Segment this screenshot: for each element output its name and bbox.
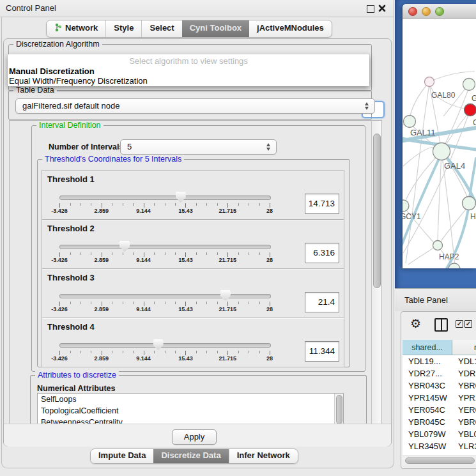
table-row[interactable]: YDR27...YDR2 <box>403 367 476 380</box>
algorithm-dropdown-popup: Select algorithm to view settings Manual… <box>8 54 369 86</box>
numerical-attributes-list[interactable]: SelfLoops TopologicalCoefficient Between… <box>37 393 344 425</box>
node-gal11[interactable] <box>404 116 416 128</box>
node-label-partial-ga: GA <box>472 94 476 103</box>
table-row[interactable]: YDL19...YDL1 <box>403 355 476 367</box>
settings-vertical-scrollbar[interactable] <box>371 121 381 424</box>
node-label-gal80: GAL80 <box>431 91 456 100</box>
control-panel-tab-bar: Network Style Select Cyni Toolbox jActiv… <box>46 20 332 38</box>
threshold-1-panel: Threshold 1 -3.4262.8599.14415.4321.7152… <box>42 170 344 220</box>
cyni-bottom-tab-bar: Impute Data Discretize Data Infer Networ… <box>90 449 298 464</box>
table-data-group: Table Data galFiltered.sif default node <box>8 90 372 120</box>
algorithm-option-manual[interactable]: Manual Discretization <box>9 66 95 76</box>
table-data-group-label: Table Data <box>13 86 57 95</box>
apply-strip: Apply <box>4 424 391 447</box>
algorithm-option-equal-width[interactable]: Equal Width/Frequency Discretization <box>9 76 148 86</box>
cyni-toolbox-panel: Discretization Algorithm Table Data galF… <box>3 38 392 447</box>
scrollbar-thumb[interactable] <box>373 134 381 288</box>
spinner-arrows-icon <box>266 142 271 151</box>
checkbox-icon[interactable]: ✓ <box>464 320 472 328</box>
algorithm-placeholder-option[interactable]: Select algorithm to view settings <box>8 56 369 66</box>
node-label-gcy1: GCY1 <box>403 212 421 221</box>
number-of-intervals-value: 5 <box>127 140 132 154</box>
threshold-3-panel: Threshold 3 -3.4262.8599.14415.4321.7152… <box>42 268 344 318</box>
threshold-4-ticks <box>42 318 344 367</box>
threshold-2-ticks <box>42 220 344 268</box>
settings-scroll-area: Interval Definition Number of Intervals … <box>9 120 382 425</box>
threshold-1-ticks <box>42 171 344 219</box>
node-label-hap2: HAP2 <box>439 252 459 261</box>
control-panel-titlebar: Control Panel <box>0 0 394 17</box>
tab-select[interactable]: Select <box>141 20 181 37</box>
tab-network[interactable]: Network <box>47 20 105 37</box>
control-panel-title: Control Panel <box>6 0 56 17</box>
attributes-group: Attributes to discretize Numerical Attri… <box>30 375 367 425</box>
tab-network-label: Network <box>65 23 98 33</box>
table-row[interactable]: YBR045CYBR0 <box>403 416 476 428</box>
attributes-group-label: Attributes to discretize <box>35 371 119 380</box>
node-gal80[interactable] <box>425 77 434 87</box>
table-row[interactable]: YBR043CYBR0 <box>403 380 476 392</box>
node-gcy1[interactable] <box>403 200 409 211</box>
threshold-4-value-field[interactable]: 11.344 <box>305 341 339 362</box>
threshold-2-value-field[interactable]: 6.316 <box>305 243 339 263</box>
combobox-arrows-icon <box>365 102 369 111</box>
table-row[interactable]: YBL079WYBL0 <box>403 428 476 440</box>
tab-impute-data[interactable]: Impute Data <box>91 449 153 463</box>
threshold-4-panel: Threshold 4 -3.4262.8599.14415.4321.7152… <box>42 318 344 367</box>
apply-button[interactable]: Apply <box>172 429 217 445</box>
window-close-button[interactable] <box>408 7 417 16</box>
column-header-name[interactable]: n <box>452 340 476 355</box>
numerical-attributes-label: Numerical Attributes <box>37 384 115 393</box>
number-of-intervals-spinner[interactable]: 5 <box>120 139 277 155</box>
list-item[interactable]: TopologicalCoefficient <box>38 405 343 417</box>
node-label-partial-c: C <box>473 118 476 127</box>
float-window-icon[interactable] <box>367 5 374 13</box>
node-gal4[interactable] <box>433 143 450 160</box>
node-label-partial-h: HA <box>470 212 476 221</box>
scrollbar-thumb[interactable] <box>405 457 475 464</box>
table-horizontal-scrollbar[interactable] <box>403 456 476 464</box>
node-label-gal4: GAL4 <box>444 161 465 171</box>
network-window: GAL80 GA GAL11 C GAL4 GCY1 HA HAP2 <box>403 4 476 268</box>
number-of-intervals-label: Number of Intervals <box>49 142 123 151</box>
threshold-2-panel: Threshold 2 -3.4262.8599.14415.4321.7152… <box>42 219 344 269</box>
interval-definition-group: Interval Definition Number of Intervals … <box>31 125 365 372</box>
node-right-mid[interactable] <box>463 197 476 210</box>
tab-style[interactable]: Style <box>105 20 141 37</box>
window-zoom-button[interactable] <box>435 7 444 16</box>
tab-jactivemnodules[interactable]: jActiveMNodules <box>249 20 332 37</box>
list-item[interactable]: SelfLoops <box>38 394 343 405</box>
attributes-list-scrollbar[interactable] <box>334 394 343 425</box>
threshold-1-value-field[interactable]: 14.713 <box>305 194 339 214</box>
network-icon <box>54 22 62 37</box>
node-top-right[interactable] <box>463 79 475 91</box>
table-data-combobox-value: galFiltered.sif default node <box>22 99 119 113</box>
network-canvas[interactable]: GAL80 GA GAL11 C GAL4 GCY1 HA HAP2 <box>403 19 476 268</box>
tab-infer-network[interactable]: Infer Network <box>229 449 298 463</box>
application-root: Control Panel Network Style Select Cyni … <box>0 0 476 476</box>
table-row[interactable]: YPR145WYPR1 <box>403 392 476 404</box>
thresholds-group: Threshold's Coordinates for 5 Intervals … <box>37 159 350 367</box>
scrollbar-thumb[interactable] <box>336 395 342 424</box>
table-row[interactable]: YER054CYER0 <box>403 404 476 416</box>
table-panel-title: Table Panel <box>404 289 448 311</box>
table-header-row: shared... n <box>403 340 476 355</box>
table-row[interactable]: YLR345WYLR3 <box>403 440 476 452</box>
threshold-3-value-field[interactable]: 21.4 <box>305 292 339 312</box>
node-label-gal11: GAL11 <box>410 128 436 137</box>
interval-definition-group-label: Interval Definition <box>36 121 104 130</box>
tab-discretize-data[interactable]: Discretize Data <box>153 449 228 463</box>
split-columns-icon[interactable] <box>434 318 448 332</box>
column-header-shared-name[interactable]: shared... <box>403 340 452 355</box>
gear-icon[interactable]: ⚙ <box>410 316 421 330</box>
tab-cyni-toolbox[interactable]: Cyni Toolbox <box>182 20 249 37</box>
table-data-combobox[interactable]: galFiltered.sif default node <box>15 98 375 114</box>
node-red-selected[interactable] <box>464 104 476 116</box>
checkbox-icon[interactable]: ✓ <box>456 320 463 328</box>
window-minimize-button[interactable] <box>422 7 431 16</box>
close-icon[interactable] <box>378 4 386 12</box>
node-hap2[interactable] <box>433 241 443 250</box>
node-attribute-table[interactable]: shared... n YDL19...YDL1 YDR27...YDR2 YB… <box>403 340 476 456</box>
network-window-titlebar <box>403 4 476 19</box>
table-panel-titlebar: Table Panel <box>395 288 476 311</box>
